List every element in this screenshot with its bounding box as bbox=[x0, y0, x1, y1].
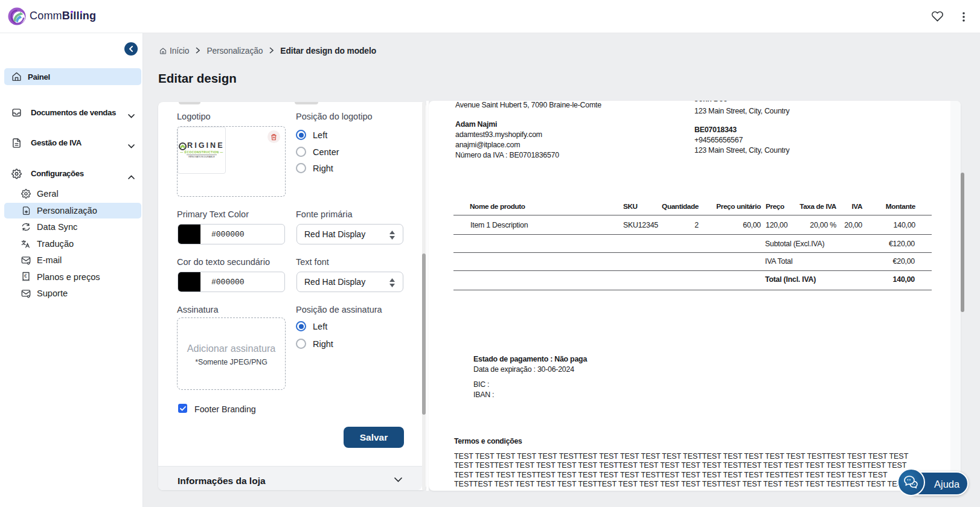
svg-text:€: € bbox=[24, 273, 27, 279]
